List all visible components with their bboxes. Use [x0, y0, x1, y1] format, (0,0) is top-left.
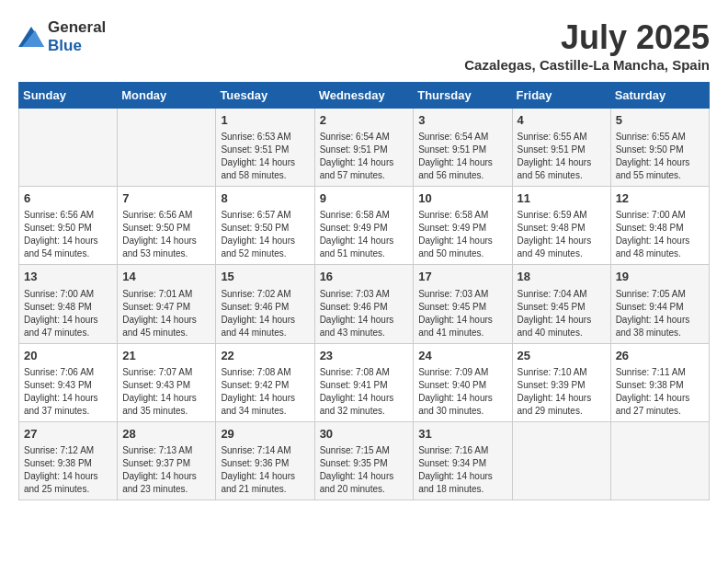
header-cell-thursday: Thursday [414, 83, 512, 109]
day-cell: 25Sunrise: 7:10 AM Sunset: 9:39 PM Dayli… [512, 343, 610, 421]
day-number: 8 [221, 190, 309, 207]
day-info: Sunrise: 6:58 AM Sunset: 9:49 PM Dayligh… [418, 209, 506, 260]
day-cell [512, 421, 610, 500]
day-cell: 5Sunrise: 6:55 AM Sunset: 9:50 PM Daylig… [610, 109, 709, 187]
week-row-3: 13Sunrise: 7:00 AM Sunset: 9:48 PM Dayli… [19, 265, 710, 343]
day-number: 25 [518, 348, 606, 364]
day-cell: 28Sunrise: 7:13 AM Sunset: 9:37 PM Dayli… [118, 421, 216, 500]
day-number: 26 [616, 348, 704, 364]
day-number: 16 [320, 269, 409, 285]
week-row-1: 1Sunrise: 6:53 AM Sunset: 9:51 PM Daylig… [19, 109, 710, 187]
day-number: 24 [418, 348, 506, 364]
day-cell: 15Sunrise: 7:02 AM Sunset: 9:46 PM Dayli… [216, 265, 314, 343]
header-cell-saturday: Saturday [610, 83, 709, 109]
day-info: Sunrise: 7:11 AM Sunset: 9:38 PM Dayligh… [616, 366, 704, 418]
day-info: Sunrise: 7:12 AM Sunset: 9:38 PM Dayligh… [24, 444, 112, 496]
day-info: Sunrise: 7:00 AM Sunset: 9:48 PM Dayligh… [616, 209, 704, 260]
day-cell: 30Sunrise: 7:15 AM Sunset: 9:35 PM Dayli… [314, 421, 414, 500]
day-cell: 11Sunrise: 6:59 AM Sunset: 9:48 PM Dayli… [512, 187, 610, 265]
calendar-table: SundayMondayTuesdayWednesdayThursdayFrid… [18, 82, 710, 500]
day-info: Sunrise: 7:08 AM Sunset: 9:42 PM Dayligh… [221, 366, 309, 418]
day-cell: 4Sunrise: 6:55 AM Sunset: 9:51 PM Daylig… [512, 109, 610, 187]
day-cell: 8Sunrise: 6:57 AM Sunset: 9:50 PM Daylig… [216, 187, 314, 265]
day-cell: 31Sunrise: 7:16 AM Sunset: 9:34 PM Dayli… [414, 421, 512, 500]
calendar-title: July 2025 [464, 18, 710, 57]
logo-blue-text: Blue [48, 37, 82, 54]
day-number: 12 [616, 190, 704, 207]
header-cell-wednesday: Wednesday [314, 83, 414, 109]
day-number: 17 [418, 269, 506, 285]
week-row-5: 27Sunrise: 7:12 AM Sunset: 9:38 PM Dayli… [19, 421, 710, 500]
day-number: 30 [320, 426, 409, 442]
day-cell: 7Sunrise: 6:56 AM Sunset: 9:50 PM Daylig… [118, 187, 216, 265]
day-info: Sunrise: 6:56 AM Sunset: 9:50 PM Dayligh… [24, 209, 112, 260]
day-cell: 17Sunrise: 7:03 AM Sunset: 9:45 PM Dayli… [414, 265, 512, 343]
day-info: Sunrise: 7:00 AM Sunset: 9:48 PM Dayligh… [24, 288, 112, 339]
header-cell-friday: Friday [512, 83, 610, 109]
day-cell: 12Sunrise: 7:00 AM Sunset: 9:48 PM Dayli… [610, 187, 709, 265]
day-info: Sunrise: 7:09 AM Sunset: 9:40 PM Dayligh… [418, 366, 506, 418]
day-number: 29 [221, 426, 309, 442]
day-info: Sunrise: 6:54 AM Sunset: 9:51 PM Dayligh… [418, 131, 506, 182]
day-number: 22 [221, 348, 309, 364]
day-number: 11 [518, 190, 606, 207]
day-info: Sunrise: 7:16 AM Sunset: 9:34 PM Dayligh… [418, 444, 506, 496]
logo: General Blue [18, 18, 106, 55]
day-number: 15 [221, 269, 309, 285]
day-number: 18 [518, 269, 606, 285]
day-cell: 26Sunrise: 7:11 AM Sunset: 9:38 PM Dayli… [610, 343, 709, 421]
day-number: 3 [418, 112, 506, 129]
day-cell [610, 421, 709, 500]
day-number: 23 [320, 348, 409, 364]
day-cell: 20Sunrise: 7:06 AM Sunset: 9:43 PM Dayli… [19, 343, 118, 421]
day-number: 31 [418, 426, 506, 442]
day-info: Sunrise: 6:53 AM Sunset: 9:51 PM Dayligh… [221, 131, 309, 182]
day-cell [118, 109, 216, 187]
day-info: Sunrise: 6:59 AM Sunset: 9:48 PM Dayligh… [518, 209, 606, 260]
day-cell: 21Sunrise: 7:07 AM Sunset: 9:43 PM Dayli… [118, 343, 216, 421]
day-info: Sunrise: 7:05 AM Sunset: 9:44 PM Dayligh… [616, 288, 704, 339]
day-info: Sunrise: 7:06 AM Sunset: 9:43 PM Dayligh… [24, 366, 112, 418]
day-number: 1 [221, 112, 309, 129]
day-info: Sunrise: 7:03 AM Sunset: 9:46 PM Dayligh… [320, 288, 409, 339]
day-cell [19, 109, 118, 187]
day-info: Sunrise: 7:02 AM Sunset: 9:46 PM Dayligh… [221, 288, 309, 339]
day-info: Sunrise: 7:08 AM Sunset: 9:41 PM Dayligh… [320, 366, 409, 418]
day-number: 21 [122, 348, 210, 364]
day-number: 19 [616, 269, 704, 285]
calendar-body: 1Sunrise: 6:53 AM Sunset: 9:51 PM Daylig… [19, 109, 710, 500]
day-info: Sunrise: 6:57 AM Sunset: 9:50 PM Dayligh… [221, 209, 309, 260]
day-number: 6 [24, 190, 112, 207]
header-row: SundayMondayTuesdayWednesdayThursdayFrid… [19, 83, 710, 109]
day-cell: 24Sunrise: 7:09 AM Sunset: 9:40 PM Dayli… [414, 343, 512, 421]
day-number: 10 [418, 190, 506, 207]
page-header: General Blue July 2025 Cazalegas, Castil… [18, 18, 710, 73]
day-cell: 1Sunrise: 6:53 AM Sunset: 9:51 PM Daylig… [216, 109, 314, 187]
day-info: Sunrise: 7:07 AM Sunset: 9:43 PM Dayligh… [122, 366, 210, 418]
day-cell: 9Sunrise: 6:58 AM Sunset: 9:49 PM Daylig… [314, 187, 414, 265]
day-number: 4 [518, 112, 606, 129]
day-info: Sunrise: 6:55 AM Sunset: 9:50 PM Dayligh… [616, 131, 704, 182]
day-number: 7 [122, 190, 210, 207]
day-number: 9 [320, 190, 409, 207]
header-cell-tuesday: Tuesday [216, 83, 314, 109]
calendar-subtitle: Cazalegas, Castille-La Mancha, Spain [464, 57, 710, 73]
day-number: 2 [320, 112, 409, 129]
day-info: Sunrise: 7:04 AM Sunset: 9:45 PM Dayligh… [518, 288, 606, 339]
day-info: Sunrise: 7:03 AM Sunset: 9:45 PM Dayligh… [418, 288, 506, 339]
day-cell: 13Sunrise: 7:00 AM Sunset: 9:48 PM Dayli… [19, 265, 118, 343]
day-cell: 19Sunrise: 7:05 AM Sunset: 9:44 PM Dayli… [610, 265, 709, 343]
day-info: Sunrise: 7:15 AM Sunset: 9:35 PM Dayligh… [320, 444, 409, 496]
day-cell: 10Sunrise: 6:58 AM Sunset: 9:49 PM Dayli… [414, 187, 512, 265]
day-number: 5 [616, 112, 704, 129]
day-info: Sunrise: 6:55 AM Sunset: 9:51 PM Dayligh… [518, 131, 606, 182]
week-row-4: 20Sunrise: 7:06 AM Sunset: 9:43 PM Dayli… [19, 343, 710, 421]
day-cell: 18Sunrise: 7:04 AM Sunset: 9:45 PM Dayli… [512, 265, 610, 343]
day-cell: 14Sunrise: 7:01 AM Sunset: 9:47 PM Dayli… [118, 265, 216, 343]
day-cell: 22Sunrise: 7:08 AM Sunset: 9:42 PM Dayli… [216, 343, 314, 421]
day-info: Sunrise: 7:14 AM Sunset: 9:36 PM Dayligh… [221, 444, 309, 496]
day-number: 13 [24, 269, 112, 285]
logo-general-text: General [48, 18, 106, 36]
logo-icon [18, 27, 44, 47]
day-info: Sunrise: 6:58 AM Sunset: 9:49 PM Dayligh… [320, 209, 409, 260]
